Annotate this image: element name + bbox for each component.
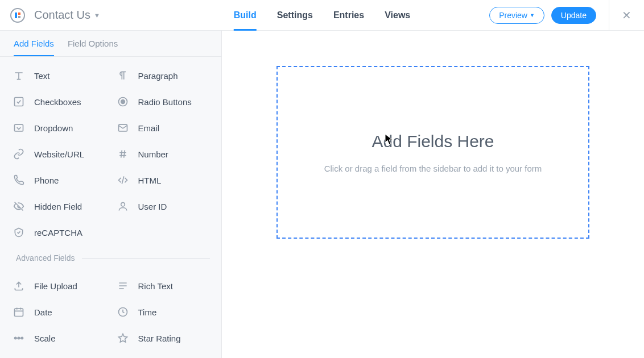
- field-label: Website/URL: [34, 149, 84, 159]
- body: Add Fields Field Options Text Paragraph: [0, 31, 644, 358]
- svg-rect-7: [15, 124, 23, 131]
- fields-scroll[interactable]: Text Paragraph Checkboxes Radio Buttons: [0, 57, 221, 358]
- svg-rect-1: [15, 13, 17, 18]
- field-recaptcha[interactable]: reCAPTCHA: [7, 219, 111, 245]
- star-icon: [117, 332, 129, 344]
- number-icon: [117, 148, 129, 160]
- basic-fields-grid: Text Paragraph Checkboxes Radio Buttons: [0, 57, 221, 249]
- dropzone-subtitle: Click or drag a field from the sidebar t…: [324, 164, 542, 173]
- svg-point-9: [121, 202, 125, 206]
- dropzone-title: Add Fields Here: [371, 132, 494, 151]
- form-title-text: Contact Us: [34, 9, 90, 22]
- field-label: Text: [34, 71, 50, 81]
- scale-icon: [13, 332, 25, 344]
- advanced-fields-grid: File Upload Rich Text Date Time: [0, 267, 221, 355]
- field-label: HTML: [138, 176, 162, 185]
- date-icon: [13, 306, 25, 318]
- field-label: Rich Text: [138, 281, 173, 291]
- preview-button[interactable]: Preview ▼: [489, 7, 544, 24]
- field-label: Checkboxes: [34, 97, 81, 107]
- paragraph-icon: [117, 69, 129, 82]
- svg-rect-4: [15, 98, 23, 106]
- phone-icon: [13, 174, 25, 186]
- field-paragraph[interactable]: Paragraph: [111, 63, 215, 89]
- field-website[interactable]: Website/URL: [7, 141, 111, 167]
- field-label: User ID: [138, 202, 167, 211]
- field-email[interactable]: Email: [111, 115, 215, 141]
- time-icon: [117, 306, 129, 318]
- field-scale[interactable]: Scale: [7, 325, 111, 351]
- field-date[interactable]: Date: [7, 299, 111, 325]
- app-logo: [10, 8, 25, 23]
- field-rich-text[interactable]: Rich Text: [111, 273, 215, 299]
- update-button[interactable]: Update: [551, 7, 596, 24]
- field-text[interactable]: Text: [7, 63, 111, 89]
- nav-settings[interactable]: Settings: [277, 0, 313, 31]
- field-phone[interactable]: Phone: [7, 167, 111, 193]
- close-button[interactable]: ✕: [620, 9, 634, 22]
- link-icon: [13, 148, 25, 160]
- field-hidden[interactable]: Hidden Field: [7, 193, 111, 219]
- svg-rect-3: [18, 16, 20, 18]
- field-html[interactable]: HTML: [111, 167, 215, 193]
- recaptcha-icon: [13, 226, 25, 239]
- svg-rect-2: [18, 13, 20, 15]
- field-label: Radio Buttons: [138, 97, 192, 107]
- section-label: Advanced Fields: [16, 253, 75, 263]
- field-label: File Upload: [34, 281, 77, 291]
- field-userid[interactable]: User ID: [111, 193, 215, 219]
- checkbox-icon: [13, 95, 25, 108]
- field-label: Number: [138, 149, 168, 159]
- tab-field-options[interactable]: Field Options: [68, 39, 118, 56]
- field-label: Email: [138, 123, 160, 133]
- divider-line: [82, 258, 210, 259]
- caret-down-icon: ▼: [530, 13, 535, 18]
- nav-build[interactable]: Build: [234, 0, 257, 31]
- html-icon: [117, 174, 129, 186]
- main-nav: Build Settings Entries Views: [234, 0, 410, 31]
- field-time[interactable]: Time: [111, 299, 215, 325]
- user-icon: [117, 200, 129, 213]
- field-label: Date: [34, 307, 52, 317]
- field-label: Time: [138, 307, 157, 317]
- field-label: reCAPTCHA: [34, 228, 82, 238]
- field-label: Phone: [34, 176, 59, 185]
- field-label: Scale: [34, 334, 56, 343]
- field-label: Paragraph: [138, 71, 178, 81]
- email-icon: [117, 122, 129, 134]
- dropdown-icon: [13, 122, 25, 134]
- header-actions: Preview ▼ Update ✕: [489, 0, 634, 31]
- field-number[interactable]: Number: [111, 141, 215, 167]
- upload-icon: [13, 280, 25, 292]
- nav-views[interactable]: Views: [385, 0, 410, 31]
- text-icon: [13, 69, 25, 82]
- field-star-rating[interactable]: Star Rating: [111, 325, 215, 351]
- field-label: Star Rating: [138, 334, 181, 343]
- field-label: Hidden Field: [34, 202, 82, 211]
- richtext-icon: [117, 280, 129, 292]
- sidebar: Add Fields Field Options Text Paragraph: [0, 31, 222, 358]
- form-title-dropdown[interactable]: Contact Us ▼: [34, 9, 100, 22]
- radio-icon: [117, 95, 129, 108]
- form-canvas: Add Fields Here Click or drag a field fr…: [222, 31, 644, 358]
- nav-entries[interactable]: Entries: [333, 0, 364, 31]
- field-label: Dropdown: [34, 123, 73, 133]
- field-file-upload[interactable]: File Upload: [7, 273, 111, 299]
- topbar: Contact Us ▼ Build Settings Entries View…: [0, 0, 644, 31]
- advanced-fields-header: Advanced Fields: [0, 249, 221, 267]
- field-dropdown[interactable]: Dropdown: [7, 115, 111, 141]
- dropzone[interactable]: Add Fields Here Click or drag a field fr…: [276, 66, 589, 239]
- tab-add-fields[interactable]: Add Fields: [14, 39, 54, 56]
- caret-down-icon: ▼: [94, 12, 100, 19]
- svg-point-0: [11, 9, 24, 22]
- svg-point-6: [121, 100, 125, 104]
- svg-rect-10: [15, 309, 23, 316]
- hidden-icon: [13, 200, 25, 213]
- sidebar-tabs: Add Fields Field Options: [0, 31, 221, 57]
- divider: [609, 0, 609, 31]
- field-checkboxes[interactable]: Checkboxes: [7, 89, 111, 115]
- field-radio[interactable]: Radio Buttons: [111, 89, 215, 115]
